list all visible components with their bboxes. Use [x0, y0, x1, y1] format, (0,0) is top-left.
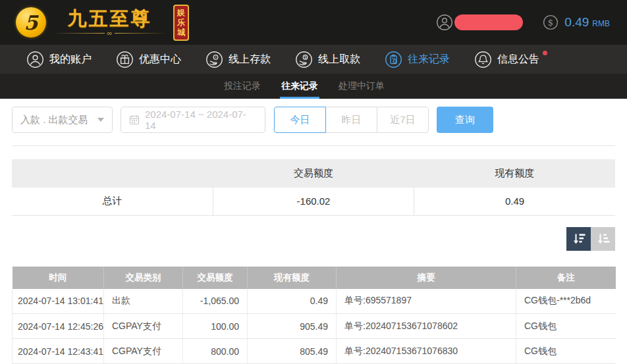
nav-item-my-account[interactable]: 我的账户 [26, 51, 92, 68]
cell-current-balance: 0.49 [248, 289, 337, 314]
cell-remark: CG钱包-***2b6d [516, 289, 616, 314]
cell-current-balance: 905.49 [248, 314, 337, 339]
cell-type: 出款 [104, 289, 183, 314]
summary-table: 交易额度 现有额度 总计 -160.02 0.49 [12, 159, 615, 216]
balance-amount: 0.49 [564, 15, 589, 30]
account-icon [26, 51, 44, 68]
sort-controls [12, 227, 615, 251]
filter-row: 入款 . 出款交易 2024-07-14 ~ 2024-07-14 今日 昨日 … [12, 107, 615, 133]
dollar-icon: $ [543, 14, 559, 30]
chevron-down-icon [97, 118, 104, 122]
sort-descending-button[interactable] [566, 227, 591, 251]
brand-title-block: 九五至尊 ∞ [52, 8, 167, 37]
col-header-trade-amount: 交易额度 [183, 267, 248, 289]
records-clipboard-icon [385, 51, 402, 68]
table-row: 2024-07-14 12:43:41 CGPAY支付 800.00 805.4… [13, 339, 616, 364]
nav-item-withdraw[interactable]: $ 线上取款 [295, 51, 360, 68]
nav-label: 线上存款 [229, 53, 271, 66]
date-range-value: 2024-07-14 ~ 2024-07-14 [145, 109, 257, 131]
col-header-time: 时间 [13, 267, 104, 289]
gift-icon [116, 51, 134, 68]
summary-header-current-balance: 现有额度 [414, 159, 615, 188]
table-row: 2024-07-14 13:01:41 出款 -1,065.00 0.49 单号… [13, 289, 616, 314]
table-header-row: 时间 交易类别 交易额度 现有额度 摘要 备注 [13, 267, 616, 289]
cell-summary: 单号:202407153671076830 [337, 339, 516, 364]
col-header-current-balance: 现有额度 [248, 267, 337, 289]
nav-label: 线上取款 [318, 53, 360, 66]
cell-trade-amount: 800.00 [183, 339, 248, 364]
tab-label: 投注记录 [224, 80, 261, 92]
nav-label: 我的账户 [49, 53, 92, 66]
cell-summary: 单号:695571897 [337, 289, 516, 314]
today-button[interactable]: 今日 [274, 107, 326, 133]
tab-bet-records[interactable]: 投注记录 [224, 74, 261, 99]
col-header-remark: 备注 [516, 267, 616, 289]
user-icon [436, 14, 453, 31]
summary-total-label: 总计 [12, 188, 213, 215]
balance-currency: RMB [592, 16, 610, 28]
brand-monogram-icon: 5 [16, 7, 46, 38]
section-divider [12, 145, 615, 146]
cell-remark: CG钱包 [516, 339, 616, 364]
sort-descending-icon [571, 231, 587, 247]
svg-text:$: $ [548, 18, 553, 28]
cell-time: 2024-07-14 13:01:41 [13, 289, 104, 314]
username-redacted[interactable] [454, 14, 523, 30]
tab-label: 往来记录 [281, 80, 318, 92]
cell-trade-amount: -1,065.00 [183, 289, 248, 314]
yesterday-button[interactable]: 昨日 [325, 107, 377, 133]
nav-item-transaction-records[interactable]: 往来记录 [385, 51, 450, 68]
calendar-icon [129, 115, 140, 125]
summary-total-trade-amount: -160.02 [213, 188, 414, 215]
transactions-table: 时间 交易类别 交易额度 现有额度 摘要 备注 2024-07-14 13:01… [12, 267, 616, 364]
cell-summary: 单号:202407153671078602 [337, 314, 516, 339]
cell-type: CGPAY支付 [104, 314, 183, 339]
sort-ascending-button[interactable] [591, 227, 615, 251]
cell-time: 2024-07-14 12:45:26 [13, 314, 104, 339]
cell-type: CGPAY支付 [104, 339, 183, 364]
brand-title: 九五至尊 [68, 8, 152, 29]
cell-remark: CG钱包 [516, 314, 616, 339]
tab-label: 处理中订单 [339, 80, 385, 92]
nav-item-promotions[interactable]: 优惠中心 [116, 51, 181, 68]
brand-logo[interactable]: 5 九五至尊 ∞ 娱乐城 [16, 5, 189, 41]
main-nav: 我的账户 优惠中心 线上存款 $ 线上取款 [0, 45, 627, 74]
nav-item-announcements[interactable]: 信息公告 [474, 51, 539, 68]
nav-label: 信息公告 [497, 53, 539, 66]
content-area: 入款 . 出款交易 2024-07-14 ~ 2024-07-14 今日 昨日 … [0, 107, 627, 364]
last7days-button[interactable]: 近7日 [377, 107, 429, 133]
summary-header-trade-amount: 交易额度 [213, 159, 414, 188]
transaction-type-select[interactable]: 入款 . 出款交易 [12, 107, 113, 133]
tab-pending-orders[interactable]: 处理中订单 [339, 74, 385, 99]
nav-label: 优惠中心 [139, 53, 181, 66]
bell-icon [474, 51, 492, 68]
top-header: 5 九五至尊 ∞ 娱乐城 $ 0.49 RMB [0, 0, 627, 45]
sort-ascending-icon [595, 231, 611, 247]
cell-time: 2024-07-14 12:43:41 [13, 339, 104, 364]
cell-trade-amount: 100.00 [183, 314, 248, 339]
deposit-hand-coin-icon [205, 51, 223, 68]
account-summary: $ 0.49 RMB [436, 14, 610, 31]
nav-item-deposit[interactable]: 线上存款 [205, 51, 271, 68]
record-subtabs: 投注记录 往来记录 处理中订单 [0, 74, 627, 99]
transaction-type-value: 入款 . 出款交易 [20, 114, 88, 126]
notification-dot [543, 51, 547, 55]
cell-current-balance: 805.49 [248, 339, 337, 364]
summary-total-row: 总计 -160.02 0.49 [12, 188, 615, 215]
nav-label: 往来记录 [408, 53, 450, 66]
date-range-input[interactable]: 2024-07-14 ~ 2024-07-14 [121, 107, 265, 133]
brand-badge: 娱乐城 [173, 5, 189, 41]
summary-total-balance: 0.49 [414, 188, 615, 215]
summary-header-empty [12, 159, 213, 188]
col-header-summary: 摘要 [337, 267, 516, 289]
col-header-type: 交易类别 [104, 267, 183, 289]
brand-monogram: 5 [24, 11, 38, 34]
tab-transaction-records[interactable]: 往来记录 [281, 74, 318, 99]
search-button[interactable]: 查询 [437, 107, 493, 133]
table-row: 2024-07-14 12:45:26 CGPAY支付 100.00 905.4… [13, 314, 616, 339]
quick-date-button-group: 今日 昨日 近7日 [274, 107, 429, 133]
brand-flourish-icon: ∞ [52, 29, 167, 37]
withdraw-hand-coin-icon: $ [295, 51, 313, 68]
